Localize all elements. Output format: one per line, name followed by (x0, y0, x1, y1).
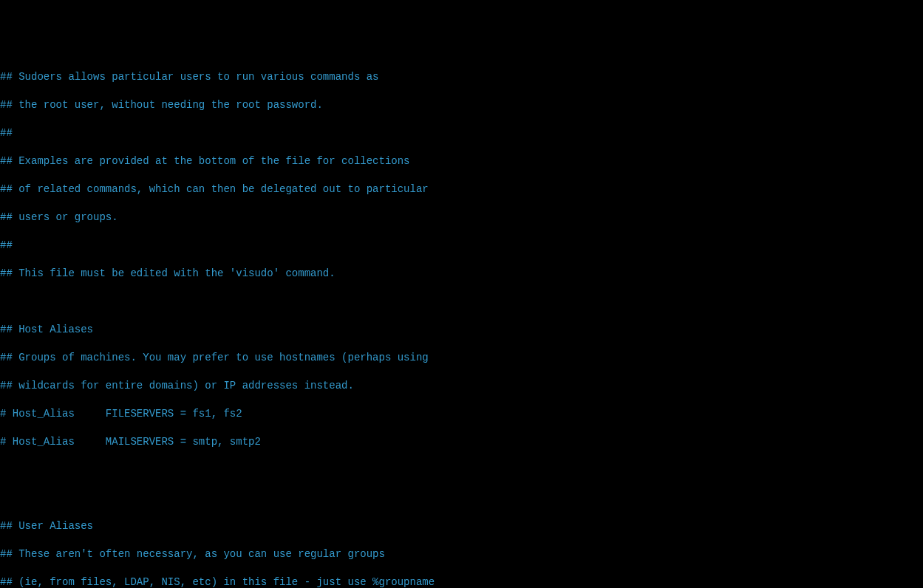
comment-line: # Host_Alias FILESERVERS = fs1, fs2 (0, 407, 923, 421)
blank-line (0, 295, 923, 309)
blank-line (0, 463, 923, 477)
comment-line: ## User Aliases (0, 519, 923, 533)
comment-line: # Host_Alias MAILSERVERS = smtp, smtp2 (0, 435, 923, 449)
comment-line: ## Sudoers allows particular users to ru… (0, 70, 923, 84)
comment-line: ## Groups of machines. You may prefer to… (0, 351, 923, 365)
comment-line: ## Host Aliases (0, 323, 923, 337)
blank-line (0, 491, 923, 505)
comment-line: ## of related commands, which can then b… (0, 182, 923, 196)
comment-line: ## (0, 126, 923, 140)
comment-line: ## Examples are provided at the bottom o… (0, 154, 923, 168)
comment-line: ## (0, 239, 923, 253)
terminal-content[interactable]: ## Sudoers allows particular users to ru… (0, 56, 923, 588)
comment-line: ## This file must be edited with the 'vi… (0, 267, 923, 281)
comment-line: ## users or groups. (0, 211, 923, 225)
comment-line: ## wildcards for entire domains) or IP a… (0, 379, 923, 393)
comment-line: ## the root user, without needing the ro… (0, 98, 923, 112)
comment-line: ## These aren't often necessary, as you … (0, 547, 923, 561)
comment-line: ## (ie, from files, LDAP, NIS, etc) in t… (0, 575, 923, 588)
